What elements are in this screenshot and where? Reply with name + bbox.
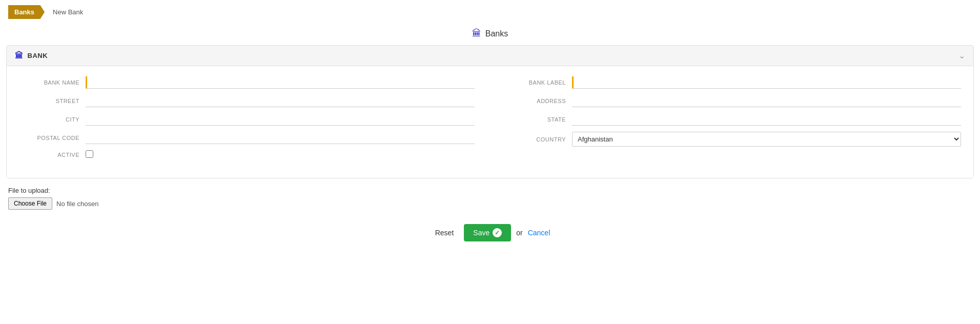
postal-code-input-wrap	[86, 132, 475, 144]
breadcrumb-current: New Bank	[49, 8, 83, 16]
street-label: STREET	[19, 98, 86, 104]
bank-icon-title: 🏛	[472, 28, 481, 39]
address-row: ADDRESS	[505, 95, 961, 107]
postal-code-row: POSTAL CODE	[19, 132, 475, 144]
country-label: COUNTRY	[505, 136, 572, 143]
card-header-left: 🏛 BANK	[15, 51, 48, 60]
save-check-icon: ✓	[493, 228, 502, 237]
file-upload-section: File to upload: Choose File No file chos…	[0, 178, 980, 214]
address-label: ADDRESS	[505, 98, 572, 104]
action-bar: Reset Save ✓ or Cancel	[0, 214, 980, 250]
bank-label-row: BANK LABEL	[505, 76, 961, 89]
form-left-column: BANK NAME STREET CITY	[19, 76, 475, 166]
active-checkbox[interactable]	[86, 150, 93, 158]
street-input[interactable]	[86, 95, 475, 107]
address-input[interactable]	[572, 95, 961, 107]
form-right-column: BANK LABEL ADDRESS STATE	[505, 76, 961, 166]
file-input-row: Choose File No file chosen	[8, 197, 972, 210]
card-body: BANK NAME STREET CITY	[7, 66, 973, 178]
save-button[interactable]: Save ✓	[464, 224, 511, 241]
city-label: CITY	[19, 116, 86, 123]
bank-name-input-wrap	[86, 76, 475, 89]
city-row: CITY	[19, 113, 475, 126]
address-input-wrap	[572, 95, 961, 107]
active-checkbox-wrap	[86, 150, 475, 159]
country-select[interactable]: Afghanistan Albania Algeria United State…	[572, 132, 961, 147]
active-row: ACTIVE	[19, 150, 475, 159]
country-select-wrap: Afghanistan Albania Algeria United State…	[572, 132, 961, 147]
choose-file-button[interactable]: Choose File	[8, 197, 52, 210]
street-row: STREET	[19, 95, 475, 107]
breadcrumb: Banks New Bank	[0, 0, 980, 24]
form-grid: BANK NAME STREET CITY	[19, 76, 961, 166]
page-title-area: 🏛 Banks	[0, 24, 980, 45]
no-file-text: No file chosen	[52, 200, 98, 208]
bank-name-label: BANK NAME	[19, 79, 86, 86]
bank-name-input[interactable]	[86, 76, 475, 89]
page-title: Banks	[485, 29, 508, 38]
city-input-wrap	[86, 113, 475, 126]
card-header-label: BANK	[28, 52, 48, 59]
state-label: STATE	[505, 116, 572, 123]
card-header: 🏛 BANK ⌄	[7, 46, 973, 66]
bank-name-row: BANK NAME	[19, 76, 475, 89]
reset-button[interactable]: Reset	[430, 226, 459, 240]
bank-label-input[interactable]	[572, 76, 961, 89]
file-upload-label: File to upload:	[8, 187, 972, 194]
street-input-wrap	[86, 95, 475, 107]
country-row: COUNTRY Afghanistan Albania Algeria Unit…	[505, 132, 961, 147]
active-label: ACTIVE	[19, 152, 86, 158]
postal-code-input[interactable]	[86, 132, 475, 144]
chevron-down-icon[interactable]: ⌄	[958, 51, 965, 60]
state-row: STATE	[505, 113, 961, 126]
cancel-link[interactable]: Cancel	[528, 229, 550, 237]
city-input[interactable]	[86, 113, 475, 126]
breadcrumb-banks[interactable]: Banks	[8, 5, 45, 19]
state-input-wrap	[572, 113, 961, 126]
postal-code-label: POSTAL CODE	[19, 135, 86, 141]
bank-label-input-wrap	[572, 76, 961, 89]
or-text: or	[516, 229, 522, 237]
bank-header-icon: 🏛	[15, 51, 24, 60]
bank-card: 🏛 BANK ⌄ BANK NAME STREET	[6, 45, 974, 178]
state-input[interactable]	[572, 113, 961, 126]
save-label: Save	[473, 229, 489, 237]
bank-label-label: BANK LABEL	[505, 79, 572, 86]
